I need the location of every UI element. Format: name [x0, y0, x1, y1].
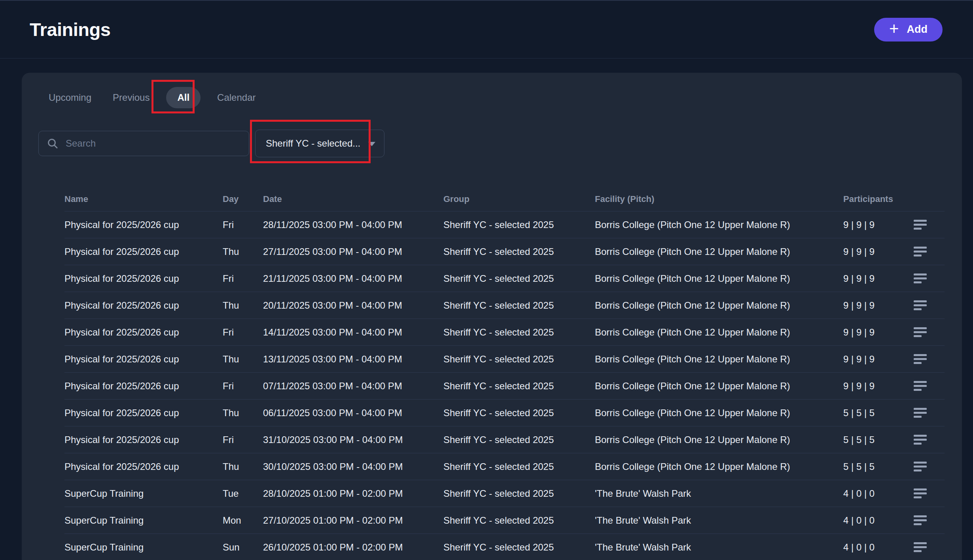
training-participants: 4 | 0 | 0 [843, 515, 897, 526]
training-participants: 9 | 9 | 9 [843, 219, 897, 230]
training-day: Mon [223, 515, 263, 526]
training-facility: Borris College (Pitch One 12 Upper Malon… [595, 354, 843, 365]
table-body: Physical for 2025/2026 cup Fri 28/11/202… [64, 211, 945, 560]
trainings-table: Name Day Date Group Facility (Pitch) Par… [22, 187, 962, 560]
training-group: Sheriff YC - selected 2025 [443, 461, 595, 472]
actions-cell [897, 432, 945, 448]
actions-cell [897, 405, 945, 421]
actions-cell [897, 378, 945, 394]
group-filter-value: Sheriff YC - selected... [266, 138, 360, 149]
training-day: Fri [223, 273, 263, 284]
training-group: Sheriff YC - selected 2025 [443, 327, 595, 338]
details-icon[interactable] [911, 539, 930, 555]
table-row[interactable]: SuperCup Training Tue 28/10/2025 01:00 P… [64, 480, 945, 507]
training-date: 27/11/2025 03:00 PM - 04:00 PM [263, 246, 443, 257]
table-row[interactable]: Physical for 2025/2026 cup Thu 06/11/202… [64, 399, 945, 426]
training-group: Sheriff YC - selected 2025 [443, 407, 595, 419]
training-name: Physical for 2025/2026 cup [64, 327, 223, 338]
details-icon[interactable] [911, 432, 930, 448]
training-facility: Borris College (Pitch One 12 Upper Malon… [595, 461, 843, 472]
filters-row: Sheriff YC - selected... [38, 130, 962, 157]
training-participants: 5 | 5 | 5 [843, 434, 897, 445]
training-day: Fri [223, 381, 263, 392]
add-button[interactable]: + Add [874, 18, 943, 41]
training-participants: 5 | 5 | 5 [843, 407, 897, 419]
details-icon[interactable] [911, 405, 930, 421]
details-icon[interactable] [911, 378, 930, 394]
training-group: Sheriff YC - selected 2025 [443, 381, 595, 392]
training-date: 30/10/2025 03:00 PM - 04:00 PM [263, 461, 443, 472]
training-facility: Borris College (Pitch One 12 Upper Malon… [595, 327, 843, 338]
table-header-row: Name Day Date Group Facility (Pitch) Par… [64, 187, 945, 211]
chevron-down-icon [368, 142, 375, 146]
tab-previous[interactable]: Previous [108, 87, 154, 108]
details-icon[interactable] [911, 351, 930, 367]
training-name: Physical for 2025/2026 cup [64, 461, 223, 472]
search-icon [47, 138, 59, 149]
training-participants: 9 | 9 | 9 [843, 300, 897, 311]
details-icon[interactable] [911, 324, 930, 340]
training-name: Physical for 2025/2026 cup [64, 381, 223, 392]
details-icon[interactable] [911, 513, 930, 528]
training-date: 28/11/2025 03:00 PM - 04:00 PM [263, 219, 443, 230]
column-header-participants: Participants [843, 194, 897, 204]
table-row[interactable]: Physical for 2025/2026 cup Fri 07/11/202… [64, 372, 945, 399]
training-name: SuperCup Training [64, 542, 223, 553]
details-icon[interactable] [911, 298, 930, 313]
details-icon[interactable] [911, 486, 930, 502]
table-row[interactable]: Physical for 2025/2026 cup Thu 30/10/202… [64, 453, 945, 480]
actions-cell [897, 539, 945, 555]
training-date: 28/10/2025 01:00 PM - 02:00 PM [263, 488, 443, 499]
training-name: Physical for 2025/2026 cup [64, 407, 223, 419]
training-participants: 5 | 5 | 5 [843, 461, 897, 472]
details-icon[interactable] [911, 271, 930, 287]
training-day: Thu [223, 407, 263, 419]
table-row[interactable]: SuperCup Training Mon 27/10/2025 01:00 P… [64, 507, 945, 534]
trainings-card: Upcoming Previous All Calendar Sheriff Y… [22, 73, 962, 560]
training-name: SuperCup Training [64, 515, 223, 526]
table-row[interactable]: Physical for 2025/2026 cup Fri 31/10/202… [64, 426, 945, 453]
training-name: Physical for 2025/2026 cup [64, 300, 223, 311]
actions-cell [897, 217, 945, 233]
table-row[interactable]: Physical for 2025/2026 cup Thu 27/11/202… [64, 238, 945, 265]
training-name: Physical for 2025/2026 cup [64, 434, 223, 445]
training-participants: 4 | 0 | 0 [843, 542, 897, 553]
table-row[interactable]: Physical for 2025/2026 cup Fri 14/11/202… [64, 319, 945, 345]
training-day: Fri [223, 327, 263, 338]
training-group: Sheriff YC - selected 2025 [443, 542, 595, 553]
search-input[interactable] [65, 138, 241, 149]
table-row[interactable]: SuperCup Training Sun 26/10/2025 01:00 P… [64, 534, 945, 560]
details-icon[interactable] [911, 217, 930, 233]
tab-all[interactable]: All [166, 87, 201, 108]
tabs-bar: Upcoming Previous All Calendar [22, 73, 962, 108]
training-date: 27/10/2025 01:00 PM - 02:00 PM [263, 515, 443, 526]
training-facility: Borris College (Pitch One 12 Upper Malon… [595, 246, 843, 257]
training-name: Physical for 2025/2026 cup [64, 219, 223, 230]
details-icon[interactable] [911, 459, 930, 475]
tab-calendar[interactable]: Calendar [212, 87, 260, 108]
training-facility: Borris College (Pitch One 12 Upper Malon… [595, 407, 843, 419]
training-facility: 'The Brute' Walsh Park [595, 488, 843, 499]
training-day: Thu [223, 354, 263, 365]
training-facility: 'The Brute' Walsh Park [595, 515, 843, 526]
table-row[interactable]: Physical for 2025/2026 cup Thu 13/11/202… [64, 345, 945, 372]
training-group: Sheriff YC - selected 2025 [443, 273, 595, 284]
table-row[interactable]: Physical for 2025/2026 cup Thu 20/11/202… [64, 292, 945, 319]
details-icon[interactable] [911, 244, 930, 260]
training-group: Sheriff YC - selected 2025 [443, 246, 595, 257]
training-date: 07/11/2025 03:00 PM - 04:00 PM [263, 381, 443, 392]
table-row[interactable]: Physical for 2025/2026 cup Fri 28/11/202… [64, 211, 945, 238]
training-date: 26/10/2025 01:00 PM - 02:00 PM [263, 542, 443, 553]
column-header-group: Group [443, 194, 595, 204]
table-row[interactable]: Physical for 2025/2026 cup Fri 21/11/202… [64, 265, 945, 292]
training-name: Physical for 2025/2026 cup [64, 246, 223, 257]
training-group: Sheriff YC - selected 2025 [443, 354, 595, 365]
group-filter-dropdown[interactable]: Sheriff YC - selected... [255, 130, 384, 157]
training-participants: 9 | 9 | 9 [843, 354, 897, 365]
training-day: Thu [223, 461, 263, 472]
training-date: 13/11/2025 03:00 PM - 04:00 PM [263, 354, 443, 365]
training-group: Sheriff YC - selected 2025 [443, 515, 595, 526]
search-box [38, 131, 249, 156]
training-participants: 9 | 9 | 9 [843, 381, 897, 392]
tab-upcoming[interactable]: Upcoming [44, 87, 96, 108]
